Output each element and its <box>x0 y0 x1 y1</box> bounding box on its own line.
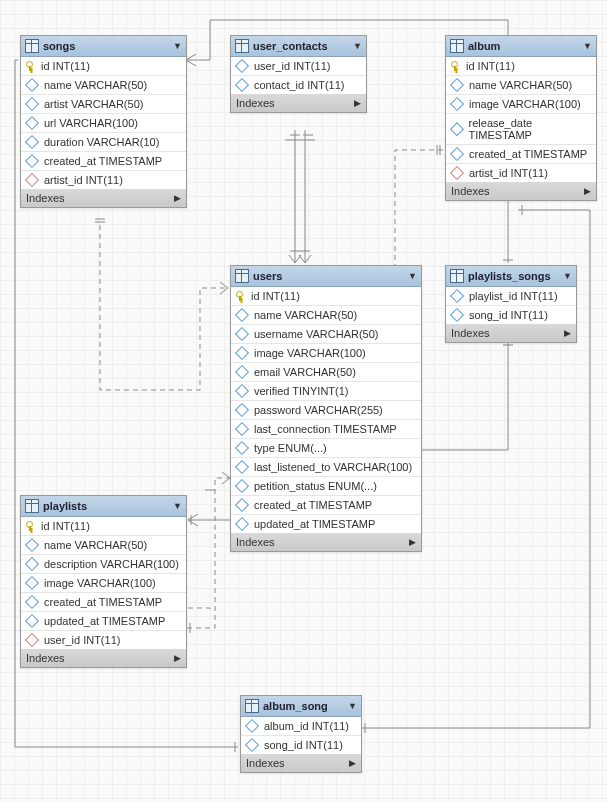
column-text: artist VARCHAR(50) <box>44 98 143 110</box>
table-icon <box>450 269 464 283</box>
collapse-icon[interactable]: ▼ <box>173 41 182 51</box>
column-row[interactable]: created_at TIMESTAMP <box>21 152 186 171</box>
entity-playlists_songs[interactable]: playlists_songs▼playlist_id INT(11)song_… <box>445 265 577 343</box>
column-row[interactable]: image VARCHAR(100) <box>21 574 186 593</box>
collapse-icon[interactable]: ▼ <box>173 501 182 511</box>
column-row[interactable]: user_id INT(11) <box>231 57 366 76</box>
column-row[interactable]: duration VARCHAR(10) <box>21 133 186 152</box>
column-row[interactable]: last_listened_to VARCHAR(100) <box>231 458 421 477</box>
column-row[interactable]: password VARCHAR(255) <box>231 401 421 420</box>
entity-user_contacts[interactable]: user_contacts▼user_id INT(11)contact_id … <box>230 35 367 113</box>
indexes-label: Indexes <box>236 97 275 109</box>
column-row[interactable]: song_id INT(11) <box>241 736 361 754</box>
expand-icon[interactable]: ▶ <box>174 193 181 203</box>
column-row[interactable]: created_at TIMESTAMP <box>446 145 596 164</box>
column-icon <box>450 289 464 303</box>
column-text: name VARCHAR(50) <box>44 79 147 91</box>
column-icon <box>25 135 39 149</box>
indexes-section[interactable]: Indexes▶ <box>446 182 596 200</box>
columns-list: user_id INT(11)contact_id INT(11) <box>231 57 366 94</box>
entity-songs[interactable]: songs▼id INT(11)name VARCHAR(50)artist V… <box>20 35 187 208</box>
columns-list: id INT(11)name VARCHAR(50)username VARCH… <box>231 287 421 533</box>
entity-header[interactable]: users▼ <box>231 266 421 287</box>
indexes-section[interactable]: Indexes▶ <box>231 94 366 112</box>
column-row[interactable]: contact_id INT(11) <box>231 76 366 94</box>
column-row[interactable]: id INT(11) <box>21 517 186 536</box>
column-row[interactable]: image VARCHAR(100) <box>231 344 421 363</box>
column-row[interactable]: album_id INT(11) <box>241 717 361 736</box>
column-row[interactable]: email VARCHAR(50) <box>231 363 421 382</box>
columns-list: id INT(11)name VARCHAR(50)artist VARCHAR… <box>21 57 186 189</box>
column-row[interactable]: id INT(11) <box>21 57 186 76</box>
expand-icon[interactable]: ▶ <box>409 537 416 547</box>
column-row[interactable]: id INT(11) <box>231 287 421 306</box>
indexes-section[interactable]: Indexes▶ <box>231 533 421 551</box>
column-text: id INT(11) <box>41 60 90 72</box>
column-row[interactable]: type ENUM(...) <box>231 439 421 458</box>
column-text: song_id INT(11) <box>469 309 548 321</box>
column-row[interactable]: artist_id INT(11) <box>446 164 596 182</box>
entity-album_song[interactable]: album_song▼album_id INT(11)song_id INT(1… <box>240 695 362 773</box>
entity-playlists[interactable]: playlists▼id INT(11)name VARCHAR(50)desc… <box>20 495 187 668</box>
entity-title: playlists_songs <box>468 270 551 282</box>
column-row[interactable]: song_id INT(11) <box>446 306 576 324</box>
column-text: updated_at TIMESTAMP <box>44 615 165 627</box>
table-icon <box>25 499 39 513</box>
column-row[interactable]: updated_at TIMESTAMP <box>231 515 421 533</box>
column-row[interactable]: name VARCHAR(50) <box>21 536 186 555</box>
indexes-section[interactable]: Indexes▶ <box>241 754 361 772</box>
column-row[interactable]: name VARCHAR(50) <box>446 76 596 95</box>
column-icon <box>450 78 464 92</box>
indexes-section[interactable]: Indexes▶ <box>21 649 186 667</box>
column-icon <box>235 59 249 73</box>
entity-header[interactable]: album▼ <box>446 36 596 57</box>
primary-key-icon <box>451 61 461 71</box>
entity-title: playlists <box>43 500 87 512</box>
column-row[interactable]: updated_at TIMESTAMP <box>21 612 186 631</box>
column-row[interactable]: name VARCHAR(50) <box>21 76 186 95</box>
column-icon <box>235 479 249 493</box>
column-row[interactable]: release_date TIMESTAMP <box>446 114 596 145</box>
collapse-icon[interactable]: ▼ <box>353 41 362 51</box>
entity-header[interactable]: album_song▼ <box>241 696 361 717</box>
expand-icon[interactable]: ▶ <box>354 98 361 108</box>
column-row[interactable]: id INT(11) <box>446 57 596 76</box>
column-row[interactable]: description VARCHAR(100) <box>21 555 186 574</box>
collapse-icon[interactable]: ▼ <box>583 41 592 51</box>
entity-header[interactable]: playlists▼ <box>21 496 186 517</box>
column-icon <box>25 576 39 590</box>
column-row[interactable]: username VARCHAR(50) <box>231 325 421 344</box>
column-row[interactable]: name VARCHAR(50) <box>231 306 421 325</box>
entity-header[interactable]: user_contacts▼ <box>231 36 366 57</box>
column-text: name VARCHAR(50) <box>44 539 147 551</box>
indexes-label: Indexes <box>451 185 490 197</box>
entity-header[interactable]: playlists_songs▼ <box>446 266 576 287</box>
column-row[interactable]: created_at TIMESTAMP <box>21 593 186 612</box>
entity-users[interactable]: users▼id INT(11)name VARCHAR(50)username… <box>230 265 422 552</box>
expand-icon[interactable]: ▶ <box>174 653 181 663</box>
column-row[interactable]: artist VARCHAR(50) <box>21 95 186 114</box>
column-row[interactable]: last_connection TIMESTAMP <box>231 420 421 439</box>
column-row[interactable]: verified TINYINT(1) <box>231 382 421 401</box>
entity-header[interactable]: songs▼ <box>21 36 186 57</box>
column-text: album_id INT(11) <box>264 720 349 732</box>
indexes-section[interactable]: Indexes▶ <box>21 189 186 207</box>
indexes-section[interactable]: Indexes▶ <box>446 324 576 342</box>
column-row[interactable]: created_at TIMESTAMP <box>231 496 421 515</box>
column-row[interactable]: artist_id INT(11) <box>21 171 186 189</box>
column-row[interactable]: petition_status ENUM(...) <box>231 477 421 496</box>
column-row[interactable]: playlist_id INT(11) <box>446 287 576 306</box>
column-text: last_listened_to VARCHAR(100) <box>254 461 412 473</box>
expand-icon[interactable]: ▶ <box>564 328 571 338</box>
expand-icon[interactable]: ▶ <box>584 186 591 196</box>
collapse-icon[interactable]: ▼ <box>348 701 357 711</box>
column-row[interactable]: url VARCHAR(100) <box>21 114 186 133</box>
column-row[interactable]: user_id INT(11) <box>21 631 186 649</box>
entity-album[interactable]: album▼id INT(11)name VARCHAR(50)image VA… <box>445 35 597 201</box>
expand-icon[interactable]: ▶ <box>349 758 356 768</box>
collapse-icon[interactable]: ▼ <box>563 271 572 281</box>
collapse-icon[interactable]: ▼ <box>408 271 417 281</box>
er-diagram-canvas: songs▼id INT(11)name VARCHAR(50)artist V… <box>0 0 607 802</box>
column-text: updated_at TIMESTAMP <box>254 518 375 530</box>
column-row[interactable]: image VARCHAR(100) <box>446 95 596 114</box>
